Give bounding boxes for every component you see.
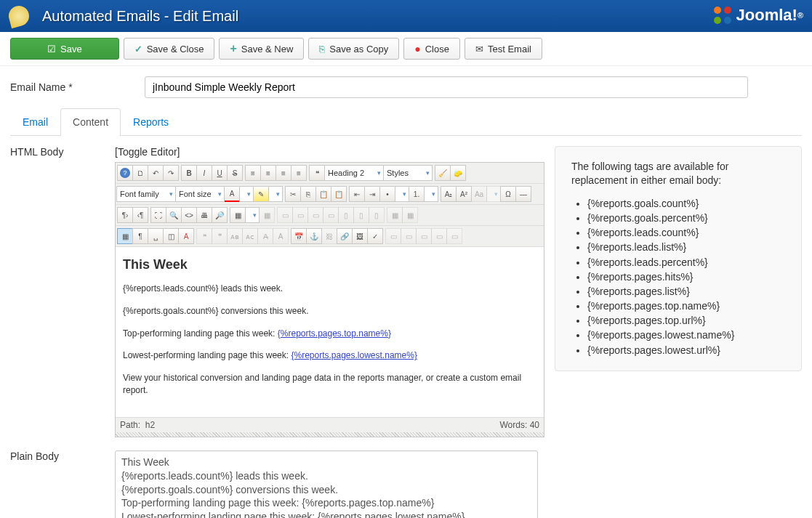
show-blocks-icon[interactable]: ▦ (117, 228, 133, 244)
link-icon[interactable]: 🔗 (337, 228, 353, 244)
layer-back-icon[interactable]: ▭ (416, 228, 432, 244)
underline-icon[interactable]: U (212, 165, 228, 181)
hr-icon[interactable]: — (515, 186, 531, 202)
row-props-icon[interactable]: ▭ (323, 207, 339, 223)
text-color-icon[interactable]: A (224, 186, 240, 202)
indent-icon[interactable]: ⇥ (364, 186, 380, 202)
ol-menu[interactable] (424, 186, 438, 202)
delete-format-icon[interactable]: A̶ (257, 228, 273, 244)
tab-email[interactable]: Email (10, 108, 60, 135)
layer-icon[interactable]: ▭ (385, 228, 401, 244)
new-document-icon[interactable]: 🗋 (132, 165, 148, 181)
quote-close-icon[interactable]: ❞ (212, 228, 228, 244)
undo-icon[interactable]: ↶ (148, 165, 164, 181)
case-menu[interactable] (486, 186, 501, 202)
test-email-button[interactable]: Test Email (465, 38, 542, 60)
italic-icon[interactable]: I (196, 165, 212, 181)
subscript-icon[interactable]: A₂ (441, 186, 457, 202)
remove-format-icon[interactable]: 🧹 (435, 165, 451, 181)
acronym-icon[interactable]: ᴀᴄ (242, 228, 258, 244)
table-icon[interactable]: ▦ (230, 207, 246, 223)
tab-reports[interactable]: Reports (121, 108, 181, 135)
clean-icon[interactable]: 🧽 (450, 165, 466, 181)
lowest-page-link[interactable]: {%reports.pages.lowest.name%} (291, 350, 417, 360)
save-close-button[interactable]: Save & Close (124, 38, 215, 60)
visual-chars-icon[interactable]: ◫ (163, 228, 179, 244)
charmap-icon[interactable]: Ω (500, 186, 516, 202)
blockquote-icon[interactable]: ❝ (309, 165, 325, 181)
layer-move-icon[interactable]: ▭ (446, 228, 462, 244)
styles-select[interactable]: Styles (383, 165, 433, 181)
case-icon[interactable]: Aa (471, 186, 487, 202)
spellcheck-icon[interactable]: ✓ (367, 228, 383, 244)
content-line-4: Lowest-performing landing page this week… (123, 349, 536, 362)
strikethrough-icon[interactable]: S (227, 165, 243, 181)
layer-abs-icon[interactable]: ▭ (431, 228, 447, 244)
delete-table-icon[interactable]: ▦ (259, 207, 275, 223)
ul-menu[interactable] (395, 186, 409, 202)
anchor-icon[interactable]: ⚓ (306, 228, 322, 244)
table-menu[interactable] (245, 207, 260, 223)
heading-select[interactable]: Heading 2 (324, 165, 384, 181)
row-delete-icon[interactable]: ▭ (307, 207, 323, 223)
email-name-input[interactable] (145, 76, 748, 98)
ltr-icon[interactable]: ¶› (117, 207, 133, 223)
print-icon[interactable]: 🖶 (196, 207, 212, 223)
show-invisible-icon[interactable]: ¶ (132, 228, 148, 244)
redo-icon[interactable]: ↷ (163, 165, 179, 181)
mail-icon (475, 44, 483, 54)
cut-icon[interactable]: ✂ (285, 186, 301, 202)
row-before-icon[interactable]: ▭ (277, 207, 293, 223)
rtl-icon[interactable]: ‹¶ (132, 207, 148, 223)
top-page-link[interactable]: {%reports.pages.top.name%} (278, 328, 391, 339)
date-icon[interactable]: 📅 (291, 228, 307, 244)
outdent-icon[interactable]: ⇤ (349, 186, 365, 202)
align-right-icon[interactable]: ≡ (276, 165, 292, 181)
editor-resize-handle[interactable] (116, 432, 544, 437)
font-size-select[interactable]: Font size (175, 186, 225, 202)
align-center-icon[interactable]: ≡ (260, 165, 276, 181)
copy-icon[interactable]: ⎘ (300, 186, 316, 202)
col-after-icon[interactable]: ▯ (353, 207, 369, 223)
align-justify-icon[interactable]: ≡ (291, 165, 307, 181)
highlight-icon[interactable]: ✎ (253, 186, 269, 202)
paste-icon[interactable]: 📋 (315, 186, 331, 202)
toggle-editor-link[interactable]: [Toggle Editor] (115, 146, 544, 158)
fullscreen-icon[interactable]: ⛶ (150, 207, 166, 223)
highlight-menu[interactable] (268, 186, 283, 202)
unordered-list-icon[interactable]: • (379, 186, 395, 202)
merge-cells-icon[interactable]: ▦ (387, 207, 403, 223)
plain-body-textarea[interactable] (115, 450, 538, 518)
layer-forward-icon[interactable]: ▭ (401, 228, 417, 244)
bold-icon[interactable]: B (181, 165, 197, 181)
row-after-icon[interactable]: ▭ (292, 207, 308, 223)
style-icon[interactable]: A (178, 228, 194, 244)
help-icon[interactable]: ? (117, 165, 133, 181)
paste-text-icon[interactable]: 📋 (331, 186, 347, 202)
source-icon[interactable]: <> (181, 207, 197, 223)
font-family-select[interactable]: Font family (116, 186, 176, 202)
col-delete-icon[interactable]: ▯ (369, 207, 385, 223)
save-copy-button[interactable]: Save as Copy (308, 38, 399, 60)
insert-format-icon[interactable]: A (273, 228, 289, 244)
text-color-menu[interactable] (239, 186, 254, 202)
save-button[interactable]: Save (10, 38, 119, 60)
col-before-icon[interactable]: ▯ (338, 207, 354, 223)
ordered-list-icon[interactable]: 1. (409, 186, 425, 202)
quote-open-icon[interactable]: ❝ (196, 228, 212, 244)
preview-icon[interactable]: 🔍 (166, 207, 182, 223)
find-replace-icon[interactable]: 🔎 (212, 207, 228, 223)
unlink-icon[interactable]: ⛓ (321, 228, 337, 244)
split-cells-icon[interactable]: ▦ (402, 207, 418, 223)
svg-point-2 (714, 17, 721, 24)
superscript-icon[interactable]: A² (456, 186, 472, 202)
close-button[interactable]: Close (403, 38, 460, 60)
nbsp-icon[interactable]: ␣ (148, 228, 164, 244)
image-icon[interactable]: 🖼 (352, 228, 368, 244)
editor-content-area[interactable]: This Week {%reports.leads.count%} leads … (116, 247, 544, 417)
abbr-icon[interactable]: ᴀʙ (227, 228, 243, 244)
tag-item: {%reports.goals.percent%} (587, 211, 785, 225)
save-new-button[interactable]: Save & New (219, 38, 304, 60)
tab-content[interactable]: Content (60, 108, 121, 136)
align-left-icon[interactable]: ≡ (245, 165, 261, 181)
